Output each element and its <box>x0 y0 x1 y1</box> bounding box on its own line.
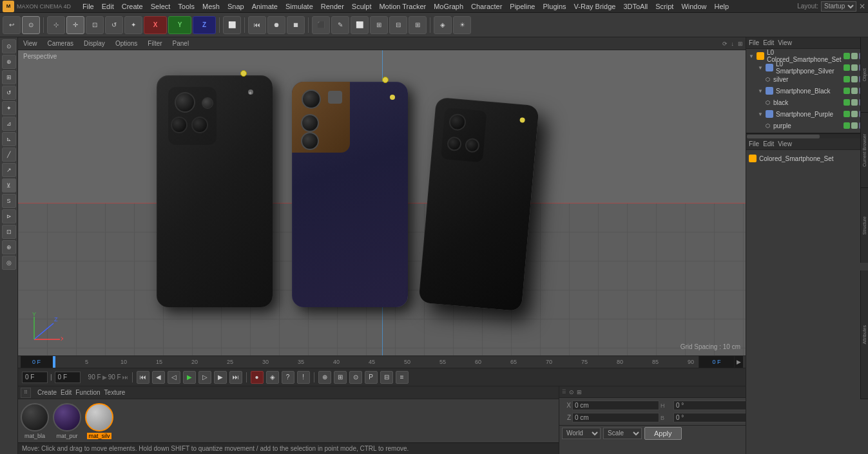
wire-btn[interactable]: ✎ <box>331 16 349 34</box>
undo-button[interactable]: ↩ <box>3 16 21 34</box>
mat-purple-sphere[interactable] <box>53 403 81 431</box>
material-silver[interactable]: mat_silv <box>85 403 113 439</box>
vp-icon-sync[interactable]: ⟳ <box>722 41 728 47</box>
world-select[interactable]: World <box>562 428 601 439</box>
tree-item-purple-mesh[interactable]: ⬡ purple <box>746 120 868 131</box>
obj-menu-file[interactable]: File <box>749 39 759 46</box>
tree-item-black-mesh[interactable]: ⬡ black <box>746 97 868 108</box>
left-btn-10[interactable]: ⊻ <box>2 178 16 193</box>
material-black[interactable]: mat_bla <box>21 403 49 439</box>
snap-6[interactable]: ≡ <box>396 371 409 384</box>
layout-selector[interactable]: Startup <box>821 1 856 12</box>
left-btn-13[interactable]: ⊡ <box>2 225 16 239</box>
apply-button[interactable]: Apply <box>644 427 682 440</box>
menu-vray-bridge[interactable]: V-Ray Bridge <box>573 3 617 10</box>
x-axis-btn[interactable]: X <box>144 16 167 34</box>
left-btn-8[interactable]: ╱ <box>2 147 16 162</box>
menu-3dtool[interactable]: 3DToAll <box>622 3 649 10</box>
left-btn-6[interactable]: ⊿ <box>2 117 16 131</box>
scale-select[interactable]: Scale <box>603 428 642 439</box>
menu-sculpt[interactable]: Sculpt <box>351 3 373 10</box>
keyframe-btn[interactable]: ⏮ <box>248 16 266 34</box>
key-all-btn[interactable]: ! <box>297 371 310 384</box>
vp-tab-display[interactable]: Display <box>81 40 108 47</box>
coord-x-input[interactable] <box>572 401 659 410</box>
attr-menu-edit[interactable]: Edit <box>763 140 774 147</box>
mat-silver-sphere[interactable] <box>85 403 113 431</box>
redo-button[interactable]: ⊙ <box>22 16 40 34</box>
y-axis-btn[interactable]: Y <box>168 16 191 34</box>
go-end-btn[interactable]: ⏭ <box>229 371 242 384</box>
left-btn-1[interactable]: ⊙ <box>2 39 16 53</box>
timeline-expand[interactable]: ▶ <box>734 356 743 368</box>
material-purple[interactable]: mat_pur <box>53 403 81 439</box>
rotate-tool[interactable]: ↺ <box>105 16 123 34</box>
left-btn-3[interactable]: ⊞ <box>2 70 16 84</box>
snap-2[interactable]: ⊞ <box>334 371 347 384</box>
viewport[interactable]: Perspective ◆ <box>18 50 746 355</box>
menu-character[interactable]: Character <box>470 3 503 10</box>
left-btn-7[interactable]: ⊾ <box>2 132 16 146</box>
vp-tab-filter[interactable]: Filter <box>145 40 164 47</box>
obj-menu-edit[interactable]: Edit <box>763 39 774 46</box>
mat-tab-function[interactable]: Function <box>75 389 100 396</box>
menu-tools[interactable]: Tools <box>177 3 196 10</box>
tab-attributes[interactable]: Attributes <box>861 270 868 399</box>
prev-key-btn[interactable]: ◁ <box>168 371 180 384</box>
tree-item-purple[interactable]: ▼ Smartphone_Purple <box>746 108 868 120</box>
mat-black-sphere[interactable] <box>21 403 49 431</box>
render-region-btn[interactable]: ◈ <box>434 16 452 34</box>
menu-pipeline[interactable]: Pipeline <box>508 3 536 10</box>
obj-menu-view[interactable]: View <box>778 39 792 46</box>
record-btn[interactable]: ● <box>251 371 264 384</box>
menu-render[interactable]: Render <box>320 3 345 10</box>
next-key-btn[interactable]: ▷ <box>198 371 211 384</box>
menu-mograph[interactable]: MoGraph <box>432 3 465 10</box>
frame-start-input[interactable] <box>22 372 48 383</box>
menu-window[interactable]: Window <box>680 3 708 10</box>
auto-key-next-btn[interactable]: ? <box>282 371 294 384</box>
move-tool[interactable]: ✛ <box>66 16 84 34</box>
left-btn-12[interactable]: ⊳ <box>2 209 16 223</box>
object-btn[interactable]: ⬜ <box>223 16 241 34</box>
left-btn-9[interactable]: ↗ <box>2 163 16 177</box>
vp-icon-expand[interactable]: ⊞ <box>738 41 743 47</box>
menu-script[interactable]: Script <box>654 3 675 10</box>
attr-menu-file[interactable]: File <box>749 140 759 147</box>
menu-plugins[interactable]: Plugins <box>541 3 567 10</box>
tab-object[interactable]: Object <box>861 37 868 113</box>
go-start-btn[interactable]: ⏮ <box>137 371 149 384</box>
left-btn-2[interactable]: ⊕ <box>2 55 16 69</box>
menu-motion-tracker[interactable]: Motion Tracker <box>378 3 427 10</box>
snap-1[interactable]: ⊕ <box>318 371 331 384</box>
attr-menu-view[interactable]: View <box>778 140 792 147</box>
mat-tab-edit[interactable]: Edit <box>61 389 72 396</box>
scale-tool[interactable]: ⊡ <box>86 16 104 34</box>
vp-icon-down[interactable]: ↓ <box>731 41 735 47</box>
menu-edit[interactable]: Edit <box>101 3 115 10</box>
close-button[interactable]: ✕ <box>859 2 865 11</box>
mat-tab-create[interactable]: Create <box>37 389 57 396</box>
uv-btn[interactable]: ⊟ <box>389 16 407 34</box>
snap-3[interactable]: ⊙ <box>349 371 362 384</box>
vp-tab-options[interactable]: Options <box>113 40 140 47</box>
next-frame-btn[interactable]: ▶ <box>214 371 227 384</box>
tree-item-silver[interactable]: ▼ L0 Smartphpone_Silver <box>746 62 868 73</box>
snap-4[interactable]: P <box>365 371 378 384</box>
light-btn[interactable]: ☀ <box>453 16 471 34</box>
snap-5[interactable]: ⊟ <box>380 371 393 384</box>
menu-snap[interactable]: Snap <box>226 3 246 10</box>
left-btn-4[interactable]: ↺ <box>2 86 16 100</box>
menu-animate[interactable]: Animate <box>251 3 279 10</box>
record-btn[interactable]: ⏺ <box>267 16 285 34</box>
bp-uv-btn[interactable]: ⊞ <box>370 16 388 34</box>
menu-file[interactable]: File <box>81 3 95 10</box>
timeline[interactable]: 0 F 5 10 15 20 25 30 35 40 45 50 55 <box>18 355 746 368</box>
menu-select[interactable]: Select <box>149 3 172 10</box>
tree-item-silver-mesh[interactable]: ⬡ silver <box>746 73 868 85</box>
vp-tab-view[interactable]: View <box>21 40 40 47</box>
prev-frame-btn[interactable]: ◀ <box>152 371 165 384</box>
auto-key-prev-btn[interactable]: ◈ <box>266 371 279 384</box>
menu-help[interactable]: Help <box>713 3 731 10</box>
tab-browser[interactable]: Current Browser <box>861 113 868 188</box>
